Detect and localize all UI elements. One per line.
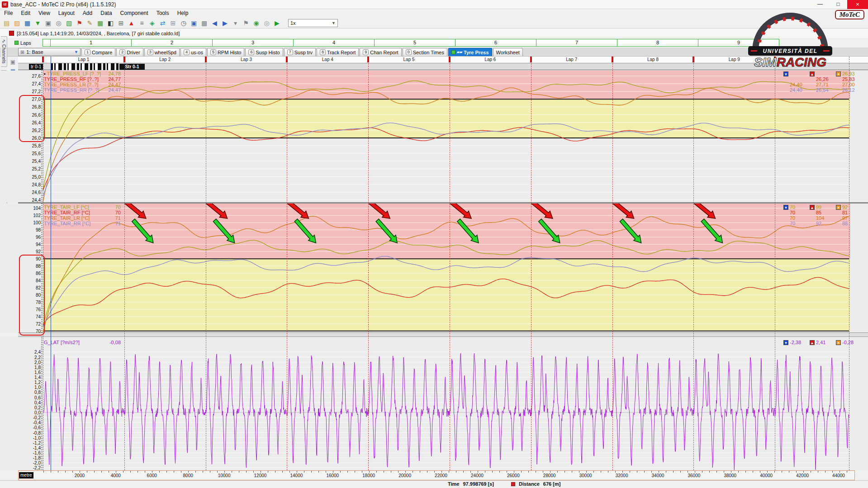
lap-boundary-mark [42,57,44,62]
flag-icon[interactable]: ⚑ [75,19,84,28]
print-preview-icon[interactable]: ◎ [54,19,63,28]
menu-edit[interactable]: Edit [17,9,34,18]
cursor-line[interactable] [51,57,51,470]
laps-band-lap-6[interactable]: 6 [455,39,536,47]
edit-icon[interactable]: ✎ [85,19,95,28]
laps-band-lap-5[interactable]: 5 [374,39,455,47]
list-icon[interactable]: ≡ [137,19,147,28]
stat-row-tyre-press-lr: 24,4027,7127,00 [783,82,862,87]
menu-add[interactable]: Add [79,9,96,18]
distance-tick-36000: 36000 [688,473,700,478]
menu-help[interactable]: Help [173,9,193,18]
menu-view[interactable]: View [34,9,54,18]
tab-us-os[interactable]: 4us-os [180,48,206,56]
import-icon[interactable]: ▼ [33,19,43,28]
spreadsheet-icon[interactable]: ▦ [95,19,105,28]
temp-axis-tick: 102 [20,213,41,218]
menu-file[interactable]: File [0,9,17,18]
laps-band-lap-3[interactable]: 3 [212,39,294,47]
laps-band-lap-9[interactable]: 9 [698,39,779,47]
glat-axis-tick: -1,0 [20,436,41,441]
play-icon[interactable]: ▶ [272,19,282,28]
tab-susp-histo[interactable]: 6Susp Histo [245,48,283,56]
map-icon[interactable]: ◈ [147,19,157,28]
swap-icon[interactable]: ⇄ [158,19,167,28]
menu-data[interactable]: Data [96,9,116,18]
tab-number: 3 [147,49,153,55]
distance-tick-8000: 8000 [183,473,193,478]
laps-band-lap-8[interactable]: 8 [617,39,698,47]
minimize-button[interactable]: — [811,0,829,9]
print-icon[interactable]: ▣ [43,19,53,28]
lap-boundary-mark [367,57,369,62]
distance-tick-26000: 26000 [507,473,520,478]
tyre-temp-graph[interactable]: TYRE_TAIR_LF [°C]70TYRE_TAIR_RF [°C]70TY… [0,204,868,332]
tab-number: 9 [363,49,369,55]
tab-rpm-histo[interactable]: 5RPM Histo [207,48,245,56]
open-file-icon[interactable]: ▨ [12,19,22,28]
channel-name: G_LAT [?m/s2?] [44,340,80,345]
g-lat-graph[interactable]: G_LAT [?m/s2?]-0,08▼-2,38▲2,41☀-0,28 [0,337,868,470]
avg-marker-icon: ☀ [836,205,841,210]
playback-speed-select[interactable]: 1x▼ [288,19,338,27]
next-lap-icon[interactable]: ▶ [220,19,230,28]
menu-layout[interactable]: Layout [54,9,79,18]
tab-driver[interactable]: 2Driver [116,48,143,56]
channel-value-tyre-tair-rf: 70 [97,210,121,215]
alarm-icon[interactable]: ▲ [127,19,136,28]
channel-value-g-lat: -0,08 [97,340,121,345]
tab-susp-trv[interactable]: 7Susp trv [284,48,316,56]
close-button[interactable]: × [847,0,868,9]
tab-tyre-press[interactable]: ▰▰Tyre Press [448,48,492,56]
clock-icon[interactable]: ◷ [179,19,188,28]
pressure-target-annotation [19,95,45,142]
maximize-button[interactable]: □ [829,0,847,9]
section-label: Str 0-1 [119,64,145,70]
distance-tick-12000: 12000 [254,473,267,478]
tyre-pressure-graph[interactable]: ▪ TYRE_PRESS_LF [?..?]24,78TYRE_PRESS_RF… [0,71,868,202]
zoom-tool-icon[interactable]: ◎ [262,19,271,28]
glat-axis-tick: -2,0 [20,460,41,465]
stat-avg: ☀92 [836,204,862,210]
side-tab-channels[interactable]: ∿Channels [1,36,7,67]
print-worksheet-icon[interactable]: ▣ [9,58,17,66]
menu-tools[interactable]: Tools [152,9,173,18]
zoom-datapoint-icon[interactable]: ◉ [251,19,261,28]
tab-compare[interactable]: 1Compare [81,48,115,56]
tab-chan-report[interactable]: 9Chan Report [360,48,401,56]
channel-value-tyre-press-lf: 24,78 [97,71,121,76]
menu-component[interactable]: Component [116,9,152,18]
grid-icon[interactable]: ⊞ [168,19,178,28]
laps-band-lap-4[interactable]: 4 [293,39,375,47]
distance-axis[interactable]: metre 2000400060008000100001200014000160… [18,470,855,480]
selected-channel-bullet: ▪ [44,71,47,76]
tab-worksheet[interactable]: Worksheet [493,48,523,56]
new-worksheet-icon[interactable]: ▤ [2,19,11,28]
tab-track-report[interactable]: 8Track Report [317,48,359,56]
components-icon[interactable]: ▩ [199,19,209,28]
marker-icon[interactable]: ▾ [231,19,240,28]
save-icon[interactable]: ▦ [23,19,32,28]
tab-wheelspd[interactable]: 3wheelSpd [144,48,180,56]
laps-band-lap-1[interactable]: 1 [50,39,132,47]
window-icon[interactable]: ▣ [189,19,199,28]
export-image-icon[interactable]: ▧ [64,19,74,28]
laps-band-cell[interactable] [43,39,51,47]
lap-header-strip[interactable]: Lap 1Lap 2Lap 3Lap 4Lap 5Lap 6Lap 7Lap 8… [18,57,868,63]
section-strip[interactable]: tr 0-1 Str 0-1 [18,63,868,70]
laps-band-lap-2[interactable]: 2 [131,39,213,47]
time-value: 97.998769 [s] [463,481,494,487]
title-bar: i2 base_ACC - MoTeC i2 Pro (x64) (1.1.5.… [0,0,868,9]
laps-band-lap-7[interactable]: 7 [536,39,617,47]
laps-band-label: Laps [14,40,43,46]
tab-section-times[interactable]: 0Section Times [403,48,447,56]
calculator-icon[interactable]: ⊞ [116,19,126,28]
distance-tick-10000: 10000 [218,473,231,478]
flagpole-icon[interactable]: ⚑ [241,19,251,28]
temp-axis-tick: 104 [20,206,41,211]
workbook-selector[interactable]: ⊞ 1: Base ▼ [18,48,81,56]
stat-avg: 97 [836,215,862,221]
split-view-icon[interactable]: ◧ [106,19,115,28]
prev-lap-icon[interactable]: ◀ [210,19,219,28]
glat-axis-tick: 2,0 [20,360,41,365]
